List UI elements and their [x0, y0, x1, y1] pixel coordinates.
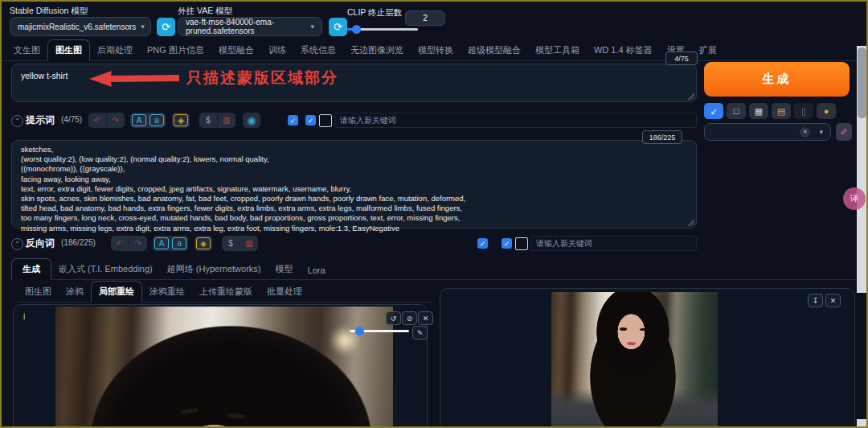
- tab-inpaint-upload[interactable]: 上传重绘蒙版: [192, 282, 260, 302]
- edit-styles-button[interactable]: ✐: [836, 123, 852, 141]
- prompt-undo-button[interactable]: ↶: [88, 113, 106, 128]
- tab-sketch[interactable]: 涂鸦: [59, 282, 91, 302]
- brush-size-slider[interactable]: [350, 330, 409, 332]
- result-tabbar: 生成 嵌入式 (T.I. Embedding) 超网络 (Hypernetwor…: [11, 257, 855, 280]
- resize-grip-icon[interactable]: [688, 220, 694, 226]
- negative-option-checkbox[interactable]: ✓: [502, 238, 512, 249]
- tab-generate[interactable]: 生成: [11, 258, 51, 280]
- undo-icon: ↺: [391, 315, 397, 323]
- check-icon: ✓: [504, 240, 510, 248]
- delete-negative-icon[interactable]: ▥: [240, 236, 258, 251]
- sd-model-refresh-button[interactable]: ⟳: [157, 18, 175, 36]
- main-tabbar: 文生图 图生图 后期处理 PNG 图片信息 模型融合 训练 系统信息 无边图像浏…: [2, 40, 862, 61]
- tab-png-info[interactable]: PNG 图片信息: [140, 40, 211, 60]
- tab-train[interactable]: 训练: [261, 40, 293, 60]
- currency-icon[interactable]: $: [199, 113, 217, 128]
- negative-undo-button[interactable]: ↶: [111, 236, 129, 251]
- tab-img2img-mode[interactable]: 图生图: [18, 282, 59, 302]
- prompt-auto-translate-checkbox[interactable]: ✓: [288, 115, 298, 126]
- negative-auto-translate-checkbox[interactable]: ✓: [477, 238, 488, 249]
- prompt-keyword-input[interactable]: [334, 113, 697, 128]
- clear-prompt-button[interactable]: □: [727, 103, 746, 119]
- chevron-down-icon: ▾: [141, 23, 145, 31]
- lips: [627, 342, 636, 346]
- clear-styles-icon[interactable]: ✕: [800, 127, 810, 138]
- translate-alt-icon[interactable]: a: [172, 237, 186, 249]
- tab-extras[interactable]: 后期处理: [90, 40, 140, 60]
- canvas-erase-button[interactable]: ⊘: [402, 311, 417, 325]
- apply-style-button[interactable]: ▯: [794, 103, 813, 119]
- floating-translate-button[interactable]: 译: [843, 187, 866, 210]
- translate-icon[interactable]: A: [154, 237, 169, 249]
- brush-tool-button[interactable]: ✎: [412, 326, 428, 340]
- paste-params-button[interactable]: ↙: [704, 103, 723, 119]
- slider-thumb[interactable]: [355, 327, 364, 335]
- currency-icon[interactable]: $: [222, 236, 240, 251]
- refresh-icon: ⟳: [162, 21, 170, 33]
- extra-networks-button[interactable]: ▤: [772, 103, 791, 119]
- prompt-option-checkbox[interactable]: ✓: [305, 115, 316, 126]
- translate-alt-icon[interactable]: a: [149, 114, 164, 126]
- canvas-close-button[interactable]: ✕: [418, 311, 433, 325]
- tab-inpaint-sketch[interactable]: 涂鸦重绘: [142, 282, 192, 302]
- delete-prompt-icon[interactable]: ▥: [217, 113, 235, 128]
- dictionary-icon[interactable]: ◈: [174, 114, 188, 126]
- dictionary-icon[interactable]: ◈: [196, 237, 211, 249]
- save-image-button[interactable]: ↧: [808, 294, 823, 307]
- tab-img2img[interactable]: 图生图: [47, 39, 90, 61]
- negative-row-count: (186/225): [61, 238, 96, 247]
- vae-refresh-button[interactable]: ⟳: [329, 18, 347, 36]
- generate-button[interactable]: 生成: [704, 62, 850, 97]
- collapse-prompt-button[interactable]: ⌃: [11, 115, 23, 127]
- tab-txt2img[interactable]: 文生图: [6, 40, 47, 60]
- clip-skip-value[interactable]: 2: [405, 10, 445, 26]
- trash-button[interactable]: ▦: [749, 103, 768, 119]
- tab-model-toolkit[interactable]: 模型工具箱: [528, 40, 587, 60]
- scrollbar-track[interactable]: [857, 46, 867, 293]
- close-image-button[interactable]: ✕: [825, 294, 841, 307]
- clip-skip-slider[interactable]: [347, 28, 418, 31]
- brush-icon: ✐: [840, 127, 847, 138]
- negative-keyword-input[interactable]: [530, 236, 697, 251]
- slider-thumb[interactable]: [352, 25, 361, 34]
- tab-checkpoint-merger[interactable]: 模型融合: [211, 40, 261, 60]
- download-icon: ↧: [813, 297, 819, 305]
- face-shape: [55, 307, 393, 428]
- tab-lora[interactable]: Lora: [301, 261, 333, 279]
- clipboard-icon: ▯: [801, 106, 806, 117]
- vae-model-label: 外挂 VAE 模型: [178, 6, 232, 17]
- translate-icon[interactable]: A: [132, 114, 146, 126]
- vae-model-dropdown[interactable]: vae-ft-mse-840000-ema-pruned.safetensors…: [178, 17, 322, 36]
- close-icon: ✕: [423, 315, 429, 323]
- result-image[interactable]: [551, 292, 718, 428]
- tab-hypernetworks[interactable]: 超网络 (Hypernetworks): [160, 259, 268, 279]
- styles-dropdown[interactable]: ✕ ▾: [704, 123, 831, 141]
- prompt-redo-button[interactable]: ↷: [106, 113, 125, 128]
- prompt-misc-group: $ ▥: [199, 113, 235, 128]
- scrollbar-thumb[interactable]: [858, 47, 866, 118]
- tab-batch[interactable]: 批量处理: [260, 282, 309, 302]
- negative-token-counter: 186/225: [642, 130, 682, 144]
- sd-model-dropdown[interactable]: majicmixRealistic_v6.safetensors ▾: [10, 17, 151, 36]
- resize-grip-icon[interactable]: [688, 93, 694, 100]
- tab-infinite-browser[interactable]: 无边图像浏览: [343, 40, 411, 60]
- collapse-negative-button[interactable]: ⌃: [11, 238, 23, 250]
- negative-prompt-value: sketches, (worst quality:2), (low qualit…: [21, 145, 688, 233]
- negative-prompt-textarea[interactable]: sketches, (worst quality:2), (low qualit…: [11, 140, 697, 228]
- negative-redo-button[interactable]: ↷: [129, 236, 147, 251]
- negative-extra-checkbox[interactable]: [515, 237, 528, 250]
- tab-wd14-tagger[interactable]: WD 1.4 标签器: [587, 40, 660, 60]
- clip-skip-label: CLIP 终止层数: [347, 7, 402, 19]
- tab-system-info[interactable]: 系统信息: [293, 40, 343, 60]
- tab-inpaint[interactable]: 局部重绘: [91, 281, 142, 302]
- inpaint-source-image[interactable]: [55, 307, 393, 428]
- tab-model-converter[interactable]: 模型转换: [411, 40, 461, 60]
- globe-icon[interactable]: ◉: [243, 113, 260, 128]
- tab-embedding[interactable]: 嵌入式 (T.I. Embedding): [51, 259, 160, 279]
- tab-checkpoints[interactable]: 模型: [268, 259, 301, 279]
- picture-icon: ▤: [777, 106, 785, 117]
- save-style-button[interactable]: ●: [817, 103, 836, 119]
- canvas-undo-button[interactable]: ↺: [386, 311, 401, 325]
- prompt-extra-checkbox[interactable]: [319, 114, 332, 127]
- tab-super-merger[interactable]: 超级模型融合: [461, 40, 528, 60]
